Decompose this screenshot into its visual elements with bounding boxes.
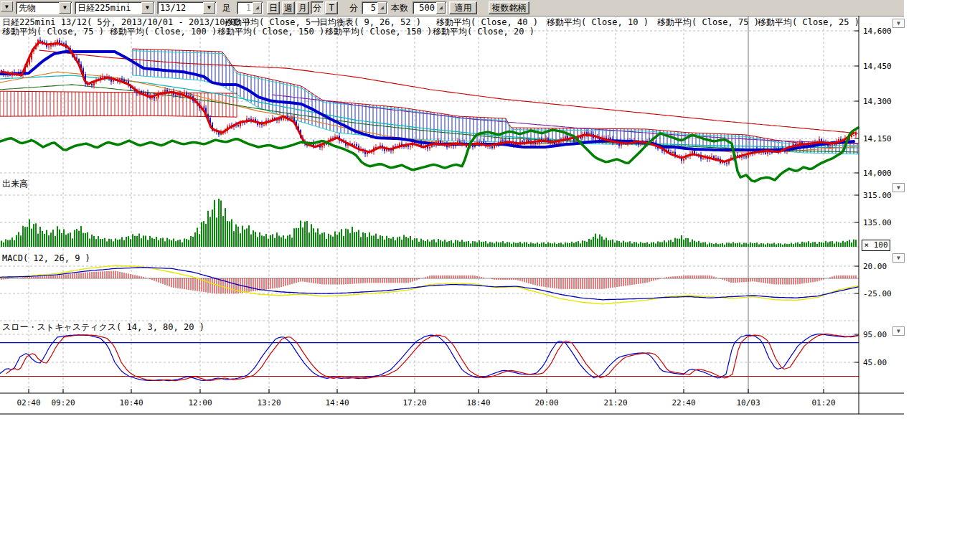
volume-axis-label: 135.00 xyxy=(863,218,892,227)
stoch-axis-label: 95.00 xyxy=(863,330,887,339)
pane-scale-dropdown-button[interactable]: ▼ xyxy=(892,253,905,263)
time-axis-label: 12:00 xyxy=(188,398,212,408)
stochastics-layer xyxy=(0,334,859,381)
time-axis-label: 20:00 xyxy=(534,398,558,408)
volume-pane-label: 出来高 xyxy=(2,178,28,190)
time-axis-label: 21:20 xyxy=(603,398,627,408)
price-axis-label: 14,600 xyxy=(863,27,892,36)
macd-pane-label: MACD( 12, 26, 9 ) xyxy=(2,253,90,263)
price-axis-label: 14,450 xyxy=(863,62,892,71)
time-axis-label: 01:20 xyxy=(811,398,835,408)
macd-layer xyxy=(0,265,859,304)
grid-layer xyxy=(0,16,859,393)
time-axis-label: 17:20 xyxy=(402,398,426,408)
price-axis-label: 14,150 xyxy=(863,134,892,143)
stoch-pane-label: スロー・ストキャスティクス( 14, 3, 80, 20 ) xyxy=(2,321,204,334)
chart-application-window: ▼ 先物 ▼ 日経225mini ▼ 13/12 ▼ 足 1 ◢ 日 週 月 分… xyxy=(0,0,980,551)
time-axis-label: 22:40 xyxy=(672,398,695,408)
time-axis-label: 14:40 xyxy=(325,398,349,408)
chart-svg xyxy=(0,0,980,551)
volume-axis-label: 315.00 xyxy=(863,191,892,200)
indicator-header-row2: 移動平均( Close, 100 ) xyxy=(110,26,217,38)
volume-multiplier-badge: × 100 xyxy=(862,240,890,251)
indicator-header-row2: 移動平均( Close, 150 ) xyxy=(217,26,324,38)
time-axis-label: 10/03 xyxy=(736,398,760,408)
indicator-header-row1: 移動平均( Close, 10 ) xyxy=(547,17,649,29)
macd-axis-label: 20.00 xyxy=(863,262,887,271)
macd-axis-label: -25.00 xyxy=(863,289,892,298)
time-axis-label: 10:40 xyxy=(119,398,143,408)
time-axis-label: 02:40 xyxy=(17,398,40,408)
pane-scale-dropdown-button[interactable]: ▼ xyxy=(892,326,905,336)
indicator-header-row1: 移動平均( Close, 75 ) xyxy=(657,17,759,29)
price-axis-label: 14,000 xyxy=(863,169,892,178)
indicator-header-row2: 移動平均( Close, 75 ) xyxy=(2,26,104,38)
price-axis-label: 14,300 xyxy=(863,97,892,106)
stoch-axis-label: 45.00 xyxy=(863,358,887,367)
time-axis-label: 13:20 xyxy=(257,398,281,408)
time-axis-label: 18:40 xyxy=(466,398,490,408)
pane-scale-dropdown-button[interactable]: ▼ xyxy=(892,183,905,192)
time-axis-label: 09:20 xyxy=(51,398,75,408)
indicator-header-row1: 移動平均( Close, 25 ) xyxy=(758,17,859,29)
indicator-header-row2: 移動平均( Close, 150 ) xyxy=(325,26,432,38)
indicator-header-row2: 移動平均( Close, 20 ) xyxy=(433,26,534,38)
pane-scale-dropdown-button[interactable]: ▼ xyxy=(892,19,905,28)
